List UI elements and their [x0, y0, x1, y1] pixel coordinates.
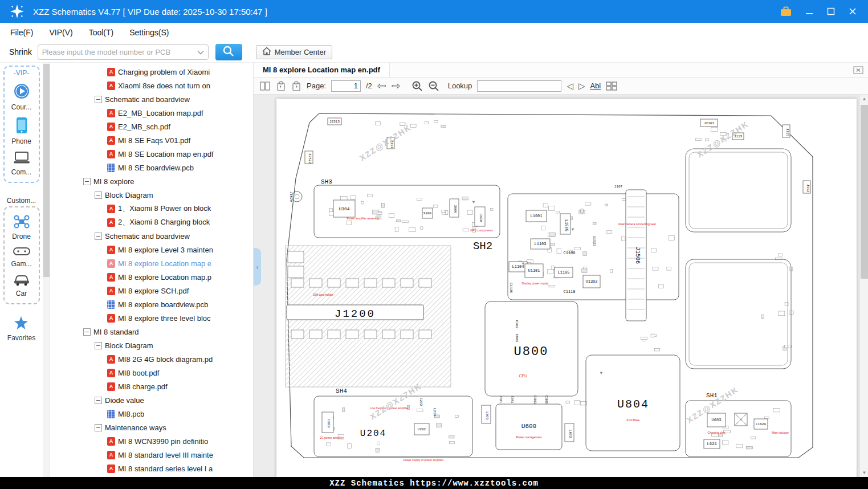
- sidebar-item-favorites[interactable]: Favorites: [7, 316, 35, 342]
- sidebar-item-course[interactable]: Cour...: [5, 83, 39, 111]
- find-previous-icon[interactable]: ◁: [567, 82, 573, 90]
- tree-file[interactable]: A2、Xiaomi 8 Charging block: [51, 215, 253, 229]
- tree-node[interactable]: Schematic and boardview: [51, 92, 253, 106]
- collapse-icon[interactable]: [95, 96, 102, 103]
- sidebar-item-label: Phone: [11, 137, 31, 145]
- tree-file[interactable]: ACharging problem of Xiaomi: [51, 65, 253, 79]
- tree-file[interactable]: AMI 8 WCN3990 pin definitio: [51, 434, 253, 448]
- menu-file[interactable]: File(F): [10, 28, 33, 37]
- collapse-icon[interactable]: [95, 342, 102, 349]
- zoom-in-icon[interactable]: [411, 80, 423, 92]
- favorites-label: Favorites: [7, 334, 35, 342]
- tree-file[interactable]: AMI8 boot.pdf: [51, 366, 253, 380]
- scroll-up-icon[interactable]: ▲: [860, 96, 868, 101]
- zoom-out-icon[interactable]: [428, 80, 439, 92]
- collapse-icon[interactable]: [95, 424, 102, 431]
- sidebar-item-drone[interactable]: Drone: [5, 214, 39, 241]
- collapse-tree-handle[interactable]: ‹: [254, 248, 261, 286]
- svg-text:J115: J115: [785, 128, 789, 137]
- tree-item-label: MI 8 explore boardview.pcb: [118, 300, 208, 309]
- tree-file[interactable]: MI 8 explore boardview.pcb: [51, 298, 253, 311]
- pdf-file-icon: A: [107, 205, 115, 213]
- menu-tool[interactable]: Tool(T): [89, 28, 114, 37]
- tree-node[interactable]: Diode value: [51, 393, 253, 407]
- model-search-input[interactable]: [42, 48, 197, 56]
- collapse-icon[interactable]: [95, 397, 102, 404]
- match-case-toggle[interactable]: Abi: [590, 82, 601, 90]
- tree-node[interactable]: Schematic and boardview: [51, 229, 253, 243]
- menu-vip[interactable]: VIP(V): [49, 28, 72, 37]
- tree-file[interactable]: AMI 8 explore Location map e: [51, 256, 253, 270]
- svg-text:▼: ▼: [572, 227, 574, 232]
- scroll-down-icon[interactable]: ▼: [860, 470, 868, 475]
- file-tree-panel: ACharging problem of XiaomiAXiaomi 8se d…: [43, 63, 254, 477]
- tree-file[interactable]: AE2_MB_sch.pdf: [51, 120, 253, 133]
- previous-page-icon[interactable]: ⇦: [377, 80, 386, 91]
- tree-file[interactable]: AMI 8 explore SCH.pdf: [51, 284, 253, 298]
- sidebar-item-game[interactable]: Gam...: [5, 246, 39, 268]
- pdf-scrollbar-thumb[interactable]: [861, 105, 868, 279]
- search-button[interactable]: [215, 44, 242, 60]
- tree-item-label: MI 8 explore Location map e: [118, 259, 211, 268]
- svg-text:L1105: L1105: [557, 270, 569, 275]
- tree-file[interactable]: AXiaomi 8se does not turn on: [51, 79, 253, 92]
- collapse-icon[interactable]: [95, 191, 102, 199]
- next-page-icon[interactable]: ⇨: [392, 80, 401, 91]
- close-button[interactable]: [849, 7, 857, 15]
- tree-file[interactable]: MI8.pcb: [51, 407, 253, 421]
- close-all-tabs-icon[interactable]: [853, 66, 863, 74]
- tree-file[interactable]: MI 8 SE boardview.pcb: [51, 161, 253, 174]
- sidebar-item-phone[interactable]: Phone: [5, 117, 39, 145]
- tree-node[interactable]: Block Diagram: [51, 188, 253, 202]
- tree-node[interactable]: Maintenance ways: [51, 421, 253, 434]
- tree-node[interactable]: Block Diagram: [51, 339, 253, 352]
- svg-text:2G power amplifier: 2G power amplifier: [320, 436, 344, 439]
- tree-file[interactable]: AMI 8 explore Location map.p: [51, 270, 253, 284]
- tree-file[interactable]: AE2_MB_Location map.pdf: [51, 106, 253, 120]
- sidebar-item-computer[interactable]: Com...: [5, 151, 39, 176]
- svg-text:C902: C902: [515, 320, 519, 329]
- tree-file[interactable]: AMI 8 explore three level bloc: [51, 311, 253, 325]
- tree-file[interactable]: AMI8 2G 4G block diagram.pd: [51, 352, 253, 366]
- svg-text:J1506: J1506: [634, 247, 641, 264]
- tree-scrollbar-thumb[interactable]: [43, 64, 50, 277]
- collapse-icon[interactable]: [95, 233, 102, 240]
- maximize-button[interactable]: [827, 7, 835, 15]
- page-number-input[interactable]: [331, 80, 361, 92]
- collapse-icon[interactable]: [83, 178, 91, 185]
- sidebar-item-label: Com...: [11, 168, 31, 176]
- tree-file[interactable]: AMI8 charge.pdf: [51, 380, 253, 393]
- tree-file[interactable]: AMI 8 SE Location map en.pdf: [51, 147, 253, 161]
- tree-file[interactable]: AMI 8 explore Level 3 mainten: [51, 243, 253, 256]
- svg-text:C203: C203: [419, 398, 423, 406]
- tree-file[interactable]: A1、Xiaomi 8 Power on block: [51, 202, 253, 215]
- tree-file[interactable]: AMI 8 standard level III mainte: [51, 448, 253, 462]
- tree-item-label: Maintenance ways: [105, 423, 166, 432]
- svg-text:CPU: CPU: [519, 374, 528, 378]
- rotate-left-icon[interactable]: [276, 81, 286, 91]
- play-circle-icon: [13, 83, 30, 101]
- find-next-icon[interactable]: ▷: [578, 82, 585, 90]
- tree-scrollbar[interactable]: [43, 63, 50, 477]
- pdf-file-icon: A: [107, 150, 115, 158]
- member-center-button[interactable]: Member Center: [256, 45, 332, 59]
- tab-location-map-pdf[interactable]: MI 8 explore Location map en.pdf: [254, 63, 390, 77]
- rotate-right-icon[interactable]: [291, 81, 301, 91]
- chevron-down-icon[interactable]: [197, 47, 204, 57]
- model-search-box[interactable]: [38, 44, 209, 60]
- tree-item-label: MI8 charge.pdf: [118, 382, 168, 391]
- thumbnail-grid-icon[interactable]: [606, 82, 617, 91]
- facing-pages-icon[interactable]: [259, 81, 271, 91]
- collapse-icon[interactable]: [83, 328, 91, 336]
- vip-briefcase-icon[interactable]: [780, 6, 792, 17]
- minimize-button[interactable]: [805, 7, 813, 15]
- tree-file[interactable]: AMI 8 standard series level I a: [51, 462, 253, 475]
- menu-settings[interactable]: Settings(S): [129, 28, 169, 37]
- shrink-button[interactable]: Shrink: [9, 47, 32, 56]
- tree-file[interactable]: AMI 8 SE Faqs V01.pdf: [51, 133, 253, 147]
- lookup-input[interactable]: [477, 80, 561, 92]
- tree-node[interactable]: MI 8 standard: [51, 325, 253, 339]
- tree-node[interactable]: MI 8 explore: [51, 174, 253, 188]
- sidebar-item-car[interactable]: Car: [5, 274, 39, 298]
- pdf-scrollbar[interactable]: ▲ ▼: [859, 95, 868, 477]
